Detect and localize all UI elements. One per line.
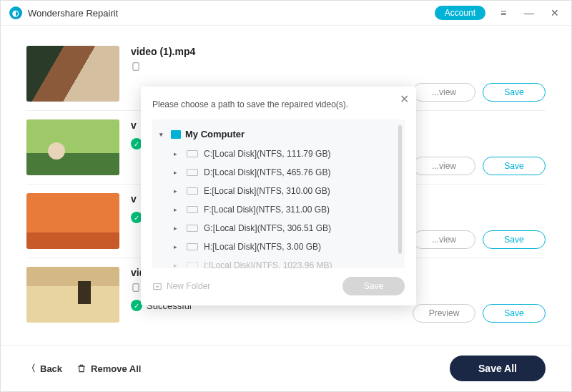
row-actions: ...view Save [413, 119, 546, 175]
new-folder-button[interactable]: New Folder [152, 281, 337, 291]
file-icon [131, 283, 141, 293]
remove-all-button[interactable]: Remove All [77, 363, 141, 374]
chevron-right-icon: ▸ [174, 206, 181, 213]
dialog-close-icon[interactable]: ✕ [400, 92, 409, 106]
chevron-right-icon: ▸ [174, 150, 181, 157]
save-button[interactable]: Save [483, 83, 546, 102]
drive-label: D:[Local Disk](NTFS, 465.76 GB) [204, 167, 330, 177]
drive-label: E:[Local Disk](NTFS, 310.00 GB) [204, 186, 330, 196]
dialog-footer: New Folder Save [152, 268, 405, 295]
remove-all-label: Remove All [91, 363, 141, 374]
chevron-right-icon: ▸ [174, 262, 181, 268]
tree-root-my-computer[interactable]: ▾ My Computer [159, 127, 398, 142]
drive-item[interactable]: ▸C:[Local Disk](NTFS, 111.79 GB) [174, 144, 398, 163]
drive-label: H:[Local Disk](NTFS, 3.00 GB) [204, 242, 321, 252]
svg-rect-1 [133, 284, 139, 292]
drive-label: G:[Local Disk](NTFS, 306.51 GB) [204, 223, 331, 233]
drive-icon [187, 206, 198, 213]
scrollbar[interactable] [398, 125, 402, 254]
drive-list: ▸C:[Local Disk](NTFS, 111.79 GB) ▸D:[Loc… [159, 144, 398, 268]
app-logo-icon: ◐ [9, 6, 22, 19]
save-button[interactable]: Save [483, 157, 546, 175]
chevron-right-icon: ▸ [174, 243, 181, 250]
drive-item[interactable]: ▸I:[Local Disk](NTFS, 1023.96 MB) [174, 256, 398, 268]
drive-item[interactable]: ▸D:[Local Disk](NTFS, 465.76 GB) [174, 163, 398, 182]
trash-icon [77, 363, 87, 373]
file-icon [131, 62, 141, 72]
close-icon[interactable]: ✕ [547, 5, 563, 21]
video-thumbnail[interactable] [26, 267, 119, 323]
preview-button[interactable]: ...view [413, 230, 475, 249]
footer-bar: 〈 Back Remove All Save All [1, 345, 571, 391]
drive-item[interactable]: ▸H:[Local Disk](NTFS, 3.00 GB) [174, 237, 398, 256]
account-button[interactable]: Account [435, 6, 485, 20]
drive-icon [187, 225, 198, 232]
chevron-down-icon: ▾ [159, 131, 167, 138]
preview-button[interactable]: ...view [413, 157, 475, 175]
folder-plus-icon [152, 281, 162, 291]
monitor-icon [171, 130, 181, 139]
content-area: video (1).mp4 ...view Save v ✓ [1, 26, 571, 345]
drive-icon [187, 243, 198, 250]
folder-tree: ▾ My Computer ▸C:[Local Disk](NTFS, 111.… [152, 119, 405, 268]
drive-item[interactable]: ▸F:[Local Disk](NTFS, 311.00 GB) [174, 200, 398, 219]
chevron-left-icon: 〈 [26, 362, 36, 375]
video-name: video (1).mp4 [131, 46, 401, 57]
chevron-right-icon: ▸ [174, 169, 181, 176]
back-button[interactable]: 〈 Back [26, 362, 62, 375]
row-actions: ...view Save [413, 46, 546, 102]
row-actions: ...view Save [413, 193, 546, 249]
row-actions: Preview Save [413, 267, 546, 323]
preview-button[interactable]: Preview [413, 304, 475, 323]
video-meta [131, 62, 401, 72]
video-thumbnail[interactable] [26, 119, 119, 175]
drive-icon [187, 150, 198, 157]
drive-label: C:[Local Disk](NTFS, 111.79 GB) [204, 149, 330, 159]
drive-icon [187, 169, 198, 176]
drive-label: I:[Local Disk](NTFS, 1023.96 MB) [204, 260, 332, 268]
preview-button[interactable]: ...view [413, 83, 475, 102]
app-window: ◐ Wondershare Repairit Account ≡ — ✕ vid… [0, 0, 572, 392]
video-thumbnail[interactable] [26, 46, 119, 102]
minimize-icon[interactable]: — [521, 5, 537, 21]
chevron-right-icon: ▸ [174, 187, 181, 195]
save-button[interactable]: Save [483, 304, 546, 323]
titlebar: ◐ Wondershare Repairit Account ≡ — ✕ [1, 1, 571, 26]
svg-rect-0 [133, 63, 139, 71]
dialog-save-button[interactable]: Save [342, 277, 405, 295]
drive-label: F:[Local Disk](NTFS, 311.00 GB) [204, 205, 330, 215]
tree-root-label: My Computer [185, 129, 245, 139]
drive-icon [187, 187, 198, 195]
drive-icon [187, 262, 198, 268]
dialog-title: Please choose a path to save the repaire… [152, 99, 405, 109]
chevron-right-icon: ▸ [174, 225, 181, 232]
save-button[interactable]: Save [483, 230, 546, 249]
save-all-button[interactable]: Save All [450, 356, 546, 381]
back-label: Back [40, 363, 62, 374]
new-folder-label: New Folder [167, 281, 210, 291]
drive-item[interactable]: ▸E:[Local Disk](NTFS, 310.00 GB) [174, 182, 398, 200]
file-size [131, 62, 144, 72]
video-thumbnail[interactable] [26, 193, 119, 249]
menu-icon[interactable]: ≡ [495, 5, 511, 21]
app-title: Wondershare Repairit [28, 8, 429, 19]
save-path-dialog: ✕ Please choose a path to save the repai… [141, 87, 416, 305]
drive-item[interactable]: ▸G:[Local Disk](NTFS, 306.51 GB) [174, 219, 398, 237]
